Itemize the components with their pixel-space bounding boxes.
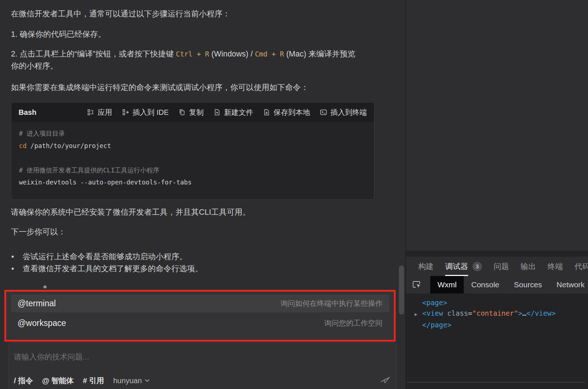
suggestion-item-terminal[interactable]: @terminal询问如何在终端中执行某些操作 [11, 294, 389, 312]
dock-tab-代码[interactable]: 代码 [575, 257, 588, 276]
code-action-button[interactable]: 插入到终端 [320, 108, 367, 117]
code-action-label: 插入到 IDE [133, 108, 169, 117]
chevron-down-icon [145, 379, 150, 382]
suggestion-item-workspace[interactable]: @workspace询问您的工作空间 [11, 312, 389, 334]
chat-input-toolbar: / 指令@ 智能体# 引用hunyuan [14, 375, 150, 386]
debugger-tab-bar: WxmlConsoleSourcesNetwork [406, 276, 588, 293]
code-token: /path/to/your/project [27, 142, 111, 149]
dock-tab-终端[interactable]: 终端 [548, 257, 563, 276]
wxml-token: "container" [472, 309, 518, 317]
wxml-token: </view> [526, 309, 556, 317]
dock-bottom-separator [407, 382, 585, 382]
wxml-tree-view: <page>▶<view class="container">…</view><… [406, 293, 588, 389]
chat-input-box[interactable]: 请输入你的技术问题... / 指令@ 智能体# 引用hunyuan [8, 342, 397, 389]
wxml-token: </page> [422, 321, 451, 329]
code-token: # 使用微信开发者工具提供的CLI工具运行小程序 [19, 167, 159, 174]
code-action-label: 新建文件 [224, 108, 253, 117]
model-selector[interactable]: hunyuan [113, 376, 150, 385]
code-token: cd [19, 142, 27, 149]
dock-tab-label: 代码 [575, 261, 588, 272]
dock-top-band [406, 251, 588, 257]
code-action-button[interactable]: 插入到 IDE [122, 108, 169, 117]
dock-tab-问题[interactable]: 问题 [494, 257, 509, 276]
debugger-subtab-sources[interactable]: Sources [507, 276, 549, 293]
new-file-icon [213, 109, 221, 116]
dock-tab-label: 构建 [418, 261, 434, 272]
wechat-devtools-window: 在微信开发者工具中，通常可以通过以下步骤运行当前小程序： 1. 确保你的代码已经… [0, 0, 588, 389]
next-step-item: 查看微信开发者工具的文档了解更多的命令行选项。 [11, 263, 361, 275]
code-line [19, 152, 366, 164]
wxml-token: class [447, 309, 468, 317]
code-action-button[interactable]: 应用 [87, 108, 112, 117]
inspect-element-button[interactable] [412, 279, 422, 290]
wxml-tree-row[interactable]: </page> [415, 320, 588, 330]
code-line: # 进入项目目录 [19, 128, 366, 140]
paragraph-text: 2. 点击工具栏上的“编译”按钮，或者按下快捷键 [11, 50, 176, 58]
model-name: hunyuan [113, 376, 142, 385]
devtools-dock: 构建调试器3问题输出终端代码 WxmlConsoleSourcesNetwork… [406, 0, 588, 389]
suggestion-description: 询问如何在终端中执行某些操作 [281, 299, 383, 308]
send-icon [380, 374, 391, 384]
input-toolbar-item[interactable]: # 引用 [83, 376, 104, 386]
wxml-tree-row[interactable]: <page> [415, 297, 588, 308]
wxml-token: … [522, 309, 526, 317]
debugger-badge: 3 [473, 262, 482, 271]
dock-tab-label: 问题 [494, 261, 509, 272]
dock-tab-label: 输出 [521, 261, 536, 272]
wxml-token: <page> [422, 299, 447, 307]
dock-tab-label: 调试器 [445, 261, 468, 272]
code-action-label: 应用 [98, 108, 112, 117]
partial-typed-character [43, 285, 47, 288]
debugger-subtab-console[interactable]: Console [464, 276, 506, 293]
save-local-icon [263, 109, 270, 116]
code-action-button[interactable]: 复制 [179, 108, 204, 117]
dock-tab-输出[interactable]: 输出 [521, 257, 536, 276]
code-action-bar: 应用插入到 IDE复制新建文件保存到本地插入到终端 [87, 108, 367, 117]
suggestion-description: 询问您的工作空间 [324, 318, 383, 328]
send-button[interactable] [379, 374, 391, 385]
wxml-token: > [518, 309, 522, 317]
wxml-token: <view [422, 309, 447, 317]
code-action-button[interactable]: 新建文件 [213, 108, 253, 117]
code-action-label: 插入到终端 [330, 108, 367, 117]
next-step-item: 尝试运行上述命令看是否能够成功启动小程序。 [11, 251, 361, 263]
code-action-label: 保存到本地 [274, 108, 310, 117]
code-block-body: # 进入项目目录cd /path/to/your/project # 使用微信开… [11, 122, 374, 194]
code-line: weixin-devtools --auto-open-devtools-for… [19, 176, 366, 189]
inline-code: Cmd + R [255, 50, 284, 58]
chat-paragraph-step1: 1. 确保你的代码已经保存。 [11, 28, 361, 40]
chat-paragraph-note: 如果你需要在集成终端中运行特定的命令来测试或调试小程序，你可以使用如下命令： [11, 82, 361, 94]
apply-icon [87, 109, 94, 116]
chat-paragraph-next: 下一步你可以： [11, 226, 361, 238]
code-language-label: Bash [19, 108, 36, 117]
paragraph-text: (Windows) / [209, 50, 255, 58]
code-block: Bash 应用插入到 IDE复制新建文件保存到本地插入到终端 # 进入项目目录c… [11, 102, 375, 200]
code-action-label: 复制 [189, 108, 204, 117]
ai-chat-panel: 在微信开发者工具中，通常可以通过以下步骤运行当前小程序： 1. 确保你的代码已经… [0, 0, 405, 389]
next-steps-list: 尝试运行上述命令看是否能够成功启动小程序。查看微信开发者工具的文档了解更多的命令… [11, 251, 361, 275]
expand-arrow-icon[interactable]: ▶ [415, 309, 422, 320]
input-toolbar-item[interactable]: / 指令 [14, 376, 33, 386]
code-line: # 使用微信开发者工具提供的CLI工具运行小程序 [19, 164, 366, 177]
insert-terminal-icon [320, 109, 327, 116]
wxml-token: = [468, 309, 472, 317]
insert-ide-icon [122, 109, 129, 116]
mention-suggestions-dropdown: @terminal询问如何在终端中执行某些操作@workspace询问您的工作空… [4, 290, 396, 342]
input-toolbar-item[interactable]: @ 智能体 [42, 376, 74, 386]
chat-paragraph-ensure: 请确保你的系统中已经安装了微信开发者工具，并且其CLI工具可用。 [11, 206, 361, 218]
dock-tab-构建[interactable]: 构建 [418, 257, 434, 276]
debugger-subtab-network[interactable]: Network [549, 276, 588, 293]
code-action-button[interactable]: 保存到本地 [263, 108, 310, 117]
inspect-cursor-icon [412, 280, 422, 289]
wxml-tree-row[interactable]: ▶<view class="container">…</view> [415, 308, 588, 320]
dock-tab-调试器[interactable]: 调试器3 [445, 257, 482, 276]
debugger-subtab-wxml[interactable]: Wxml [430, 276, 464, 293]
chat-paragraph-intro: 在微信开发者工具中，通常可以通过以下步骤运行当前小程序： [11, 8, 361, 20]
code-block-header: Bash 应用插入到 IDE复制新建文件保存到本地插入到终端 [11, 102, 374, 122]
dock-tab-label: 终端 [548, 261, 563, 272]
dock-tab-bar: 构建调试器3问题输出终端代码 [406, 257, 588, 276]
chat-paragraph-step2: 2. 点击工具栏上的“编译”按钮，或者按下快捷键 Ctrl + R (Windo… [11, 48, 361, 72]
chat-input-placeholder: 请输入你的技术问题... [14, 352, 89, 362]
code-line: cd /path/to/your/project [19, 140, 366, 152]
chat-scrollbar-thumb[interactable] [399, 265, 404, 315]
